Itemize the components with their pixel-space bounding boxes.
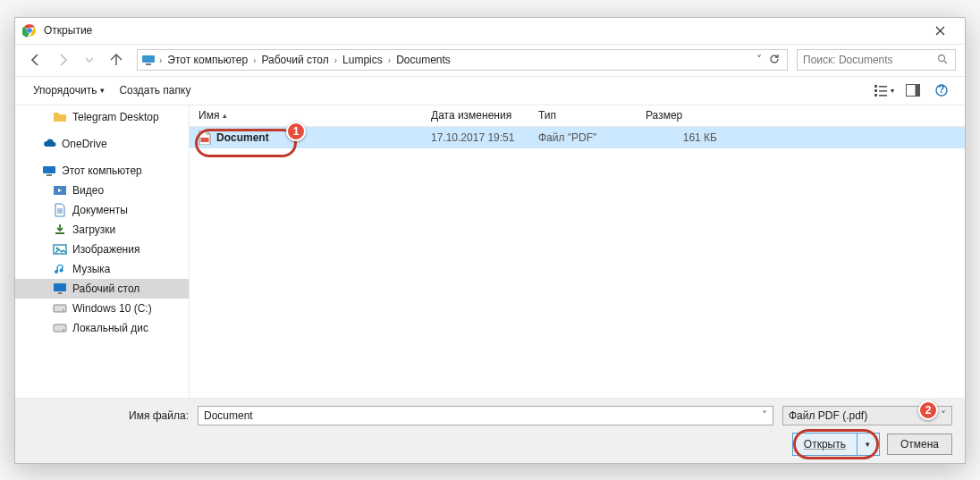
new-folder-label: Создать папку — [119, 84, 190, 97]
chevron-down-icon: ˅ — [941, 409, 946, 422]
sidebar[interactable]: Telegram DesktopOneDriveЭтот компьютерВи… — [15, 105, 190, 398]
sidebar-item-label: Музыка — [72, 263, 110, 275]
address-history-dropdown[interactable]: ˅ — [753, 54, 765, 66]
svg-point-1 — [27, 28, 32, 33]
sidebar-item[interactable]: Telegram Desktop — [15, 107, 189, 127]
sidebar-item[interactable]: Документы — [15, 200, 189, 220]
sidebar-item-label: OneDrive — [62, 138, 107, 150]
sort-asc-icon: ▴ — [223, 111, 227, 120]
window-title: Открытие — [44, 24, 922, 37]
column-name[interactable]: Имя ▴ — [190, 109, 422, 122]
desktop-icon — [53, 282, 67, 296]
search-box[interactable] — [797, 49, 956, 71]
recent-dropdown[interactable] — [78, 48, 101, 72]
refresh-button[interactable] — [765, 54, 783, 67]
breadcrumb-segment[interactable]: Documents — [393, 54, 454, 66]
svg-rect-15 — [43, 166, 55, 173]
chevron-right-icon: › — [333, 55, 339, 65]
panel-icon — [906, 84, 920, 97]
file-open-dialog: Открытие › Этот компьютер › Рабочий стол… — [14, 17, 966, 464]
music-icon — [53, 262, 67, 276]
sidebar-item-label: Telegram Desktop — [72, 111, 159, 123]
breadcrumb-segment[interactable]: Этот компьютер — [164, 54, 251, 66]
help-button[interactable]: ? — [929, 80, 954, 101]
titlebar: Открытие — [15, 18, 965, 45]
cancel-button[interactable]: Отмена — [887, 434, 952, 455]
close-button[interactable] — [922, 19, 958, 42]
file-name: Document — [216, 131, 269, 144]
svg-rect-24 — [54, 324, 66, 332]
column-headers: Имя ▴ Дата изменения Тип Размер — [190, 105, 965, 127]
breadcrumb-segment[interactable]: Рабочий стол — [258, 54, 332, 66]
chevron-down-icon: ▾ — [866, 440, 870, 449]
open-dropdown[interactable]: ▾ — [857, 434, 879, 455]
chevron-down-icon: ▾ — [891, 87, 894, 95]
view-icon — [874, 84, 889, 97]
toolbar: Упорядочить▾ Создать папку ▾ ? — [15, 77, 965, 105]
breadcrumb-segment[interactable]: Lumpics — [339, 54, 386, 66]
sidebar-item-label: Документы — [72, 204, 128, 216]
sidebar-item-label: Рабочий стол — [72, 282, 139, 295]
download-icon — [53, 223, 67, 237]
organize-button[interactable]: Упорядочить▾ — [26, 80, 112, 101]
back-button[interactable] — [24, 48, 47, 72]
image-icon — [53, 242, 67, 257]
filetype-value: Файл PDF (.pdf) — [789, 409, 867, 422]
svg-rect-6 — [874, 89, 877, 92]
forward-button[interactable] — [51, 48, 74, 72]
search-input[interactable] — [803, 54, 937, 66]
sidebar-item[interactable]: Windows 10 (C:) — [15, 299, 189, 318]
svg-rect-10 — [879, 95, 887, 97]
chevron-down-icon — [85, 55, 94, 64]
svg-rect-5 — [874, 85, 877, 88]
file-date: 17.10.2017 19:51 — [422, 131, 529, 144]
sidebar-item[interactable]: Этот компьютер — [15, 161, 189, 181]
chevron-right-icon: › — [386, 55, 393, 65]
filename-input[interactable] — [204, 409, 762, 422]
svg-text:?: ? — [938, 84, 944, 96]
svg-rect-7 — [874, 94, 877, 97]
chevron-down-icon[interactable]: ˅ — [762, 409, 767, 422]
search-icon — [937, 54, 950, 67]
preview-pane-button[interactable] — [900, 80, 925, 101]
nav-row: › Этот компьютер › Рабочий стол › Lumpic… — [15, 45, 965, 77]
new-folder-button[interactable]: Создать папку — [112, 80, 198, 101]
column-date[interactable]: Дата изменения — [422, 109, 529, 122]
file-name-cell: Document — [190, 131, 422, 145]
sidebar-item[interactable]: Музыка — [15, 259, 189, 279]
arrow-up-icon — [110, 54, 122, 66]
svg-rect-8 — [879, 86, 887, 88]
column-type[interactable]: Тип — [529, 109, 637, 122]
up-button[interactable] — [105, 48, 128, 72]
chevron-right-icon: › — [251, 55, 258, 65]
svg-rect-26 — [201, 138, 209, 142]
svg-rect-22 — [54, 305, 66, 312]
open-split-button[interactable]: Открыть ▾ — [792, 433, 880, 456]
close-icon — [935, 26, 945, 36]
file-type: Файл "PDF" — [529, 131, 637, 144]
sidebar-item[interactable]: Загрузки — [15, 220, 189, 240]
doc-icon — [53, 203, 67, 217]
refresh-icon — [769, 54, 780, 64]
svg-point-4 — [939, 55, 945, 61]
file-pane: Имя ▴ Дата изменения Тип Размер Document… — [190, 105, 965, 398]
sidebar-item[interactable]: OneDrive — [15, 134, 189, 154]
sidebar-item-label: Загрузки — [72, 223, 115, 236]
filetype-combo[interactable]: Файл PDF (.pdf) ˅ — [782, 406, 952, 425]
help-icon: ? — [935, 84, 948, 97]
address-bar[interactable]: › Этот компьютер › Рабочий стол › Lumpic… — [137, 49, 788, 71]
sidebar-item[interactable]: Изображения — [15, 240, 189, 259]
column-size[interactable]: Размер — [637, 109, 726, 122]
svg-rect-20 — [54, 283, 66, 291]
sidebar-item-label: Изображения — [72, 243, 139, 256]
drive-icon — [53, 301, 67, 316]
sidebar-item[interactable]: Локальный дис — [15, 318, 189, 338]
sidebar-item[interactable]: Видео — [15, 181, 189, 200]
arrow-left-icon — [30, 54, 42, 66]
pc-icon — [141, 53, 156, 67]
view-mode-button[interactable]: ▾ — [872, 80, 897, 101]
open-button[interactable]: Открыть — [793, 434, 857, 455]
sidebar-item[interactable]: Рабочий стол — [15, 279, 189, 299]
filename-combo[interactable]: ˅ — [198, 406, 773, 425]
file-row[interactable]: Document 17.10.2017 19:51 Файл "PDF" 161… — [190, 127, 965, 148]
